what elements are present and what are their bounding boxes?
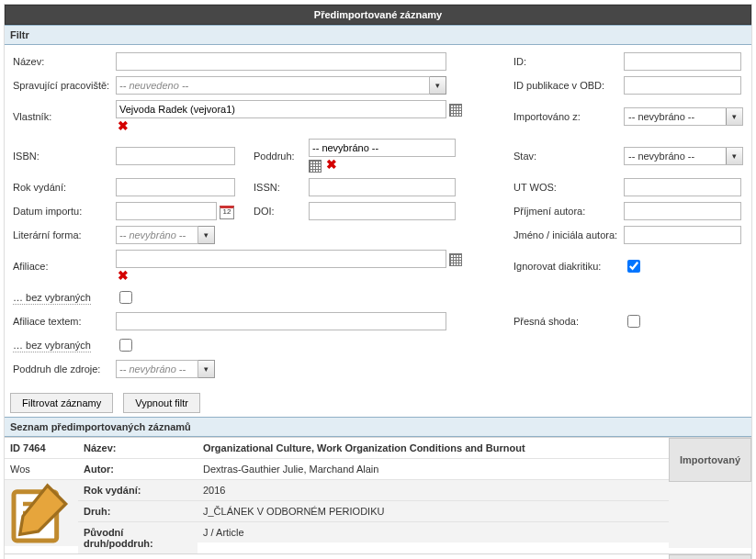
clear-icon[interactable]: ✖ [116, 118, 130, 133]
isbn-input[interactable] [116, 147, 235, 165]
record: ID 7484 Wos Název: Autor: Rok vydání: Dr… [5, 553, 751, 559]
label-ignore: Ignorovat diakritiku: [511, 248, 621, 285]
doi-input[interactable] [309, 202, 456, 220]
label-poddruhzdr: Poddruh dle zdroje: [10, 358, 113, 380]
pracoviste-select[interactable] [116, 76, 430, 95]
label-isbn: ISBN: [10, 137, 113, 174]
label-importz: Importováno z: [511, 98, 621, 135]
poddruh-input[interactable] [309, 139, 456, 157]
label-bezvyb2: … bez vybraných [13, 340, 91, 352]
record-puvodni: J / Article [197, 522, 669, 542]
bezvyb2-checkbox[interactable] [119, 339, 132, 352]
label-puvodni: Původní druh/poddruh: [78, 522, 197, 553]
importz-select[interactable]: -- nevybráno -- [624, 107, 743, 126]
vlastnik-input[interactable] [116, 100, 446, 118]
chevron-down-icon[interactable] [198, 226, 215, 244]
record: ID 7464 Wos Název: Autor: Rok vydání: Dr… [5, 437, 751, 553]
label-afiltext: Afiliace textem: [10, 310, 113, 332]
grid-icon[interactable] [309, 160, 322, 173]
label-rok: Rok vydání: [78, 480, 197, 501]
clear-filter-button[interactable]: Vypnout filtr [123, 393, 200, 413]
afiliace-input[interactable] [116, 250, 446, 268]
label-utwos: UT WOS: [511, 176, 621, 198]
clear-icon[interactable]: ✖ [324, 157, 339, 172]
label-druh: Druh: [78, 501, 197, 522]
record-id: ID 7484 [5, 554, 78, 559]
record-id: ID 7464 [5, 438, 78, 459]
status-badge[interactable]: Importovaný [669, 438, 751, 482]
id-input[interactable] [624, 52, 741, 71]
chevron-down-icon[interactable] [198, 360, 215, 378]
label-issn: ISSN: [251, 176, 306, 198]
filter-heading: Filtr [5, 25, 751, 45]
filter-panel: Název: ID: Spravující pracoviště: ID pub… [5, 45, 751, 389]
bezvyb1-checkbox[interactable] [119, 291, 132, 304]
edit-icon[interactable] [5, 480, 78, 546]
datum-input[interactable] [116, 202, 217, 220]
label-afiliace: Afiliace: [10, 248, 113, 285]
ignore-checkbox[interactable] [627, 260, 640, 273]
nazev-input[interactable] [116, 52, 446, 71]
label-prijmeni: Příjmení autora: [511, 200, 621, 222]
label-nazev: Název: [78, 438, 197, 459]
issn-input[interactable] [309, 178, 456, 196]
page-title: Předimportované záznamy [5, 5, 751, 25]
label-datum: Datum importu: [10, 200, 113, 222]
record-nazev: Random search of stable member in a matr… [197, 554, 669, 559]
label-nazev: Název: [10, 50, 113, 73]
status-badge[interactable]: Importovaný [669, 554, 751, 559]
label-jmeno: Jméno / iniciála autora: [511, 224, 621, 246]
label-vlastnik: Vlastník: [10, 98, 113, 135]
grid-icon[interactable] [449, 104, 462, 117]
list-heading: Seznam předimportovaných záznamů [5, 417, 751, 437]
record-nazev: Organizational Culture, Work Organizatio… [197, 438, 669, 459]
utwos-input[interactable] [624, 178, 741, 196]
grid-icon[interactable] [449, 253, 462, 266]
label-litforma: Literární forma: [10, 224, 113, 246]
prijmeni-input[interactable] [624, 202, 741, 220]
poddruhzdr-select[interactable] [116, 360, 198, 378]
clear-icon[interactable]: ✖ [116, 268, 130, 283]
label-bezvyb1: … bez vybraných [13, 292, 91, 305]
chevron-down-icon[interactable] [726, 148, 742, 164]
rok-input[interactable] [116, 178, 235, 196]
label-nazev: Název: [78, 554, 197, 559]
label-idobd: ID publikace v OBD: [511, 74, 621, 96]
filter-button[interactable]: Filtrovat záznamy [10, 393, 113, 413]
record-rok: 2016 [197, 480, 669, 501]
calendar-icon[interactable] [220, 206, 234, 219]
label-id: ID: [511, 50, 621, 73]
afiltext-input[interactable] [116, 312, 446, 330]
record-autor: Dextras-Gauthier Julie, Marchand Alain [197, 459, 669, 480]
litforma-select[interactable] [116, 226, 198, 244]
stav-select[interactable]: -- nevybráno -- [624, 147, 743, 165]
label-stav: Stav: [511, 137, 621, 174]
jmeno-input[interactable] [624, 226, 741, 244]
label-autor: Autor: [78, 459, 197, 480]
label-pracoviste: Spravující pracoviště: [10, 74, 113, 96]
label-doi: DOI: [251, 200, 306, 222]
presna-checkbox[interactable] [627, 315, 640, 328]
record-druh: J_ČLÁNEK V ODBORNÉM PERIODIKU [197, 501, 669, 522]
pracoviste-dropdown-icon[interactable] [430, 76, 446, 95]
label-poddruh: Poddruh: [251, 137, 306, 174]
idobd-input[interactable] [624, 76, 741, 95]
label-rok: Rok vydání: [10, 176, 113, 198]
chevron-down-icon[interactable] [726, 108, 742, 125]
label-presna: Přesná shoda: [511, 310, 621, 332]
